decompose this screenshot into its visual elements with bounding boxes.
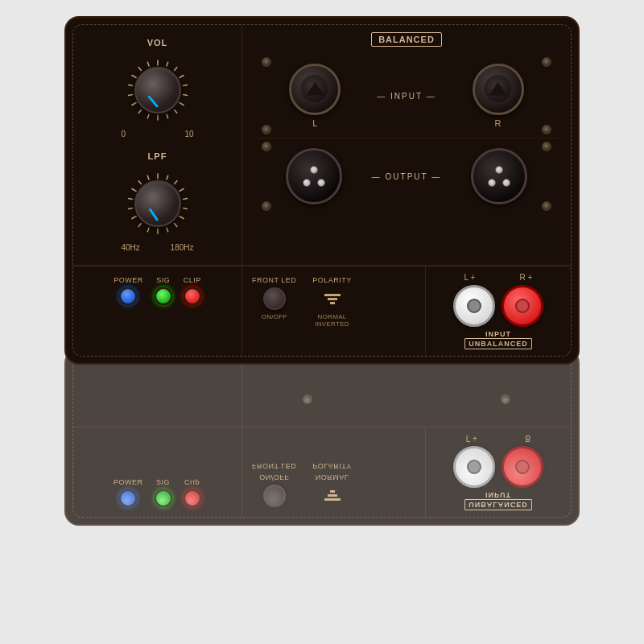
ref-polarity: NORMAL POLARITY (312, 462, 352, 507)
reflection-connectors (242, 354, 571, 427)
xlr-pin-bl (303, 179, 311, 187)
ref-rca-row (453, 446, 543, 488)
ref-front-led-top: FRONT LED (252, 462, 296, 470)
lpf-knob-container[interactable] (122, 167, 194, 240)
rca-r-label: R + (520, 273, 533, 282)
svg-line-25 (174, 224, 176, 227)
lpf-knob-section: LPF (80, 151, 235, 252)
rca-labels: INPUT UNBALANCED (464, 330, 532, 349)
svg-line-35 (147, 175, 149, 180)
led-clip-indicator (184, 287, 201, 305)
vol-max: 10 (184, 130, 193, 138)
ref-power-label: POWER (114, 478, 143, 486)
svg-line-7 (174, 110, 176, 114)
svg-line-11 (138, 110, 141, 114)
polarity-bar-top (324, 294, 341, 296)
main-panel-inner: VOL (72, 24, 572, 357)
polarity-sublabels: NORMAL INVERTED (315, 313, 349, 328)
rca-plus-r: + (528, 273, 533, 282)
svg-line-21 (179, 189, 183, 192)
reflection-knobs: 40Hz 180Hz (73, 354, 242, 427)
ref-led-green (155, 489, 172, 507)
xlr-female-right-shape (489, 82, 507, 100)
xlr-pin-top (310, 166, 318, 174)
svg-line-4 (183, 85, 187, 86)
svg-line-13 (128, 95, 132, 96)
ref-r: B (526, 434, 531, 443)
xlr-female-right[interactable] (473, 64, 524, 115)
led-clip-label: CLIP (184, 276, 201, 284)
svg-line-24 (179, 217, 183, 219)
rca-left-connector[interactable] (453, 285, 495, 327)
ref-pol-bar (324, 499, 341, 502)
front-led-sublabel: ON/OFF (262, 313, 287, 320)
reflection-top: 40Hz 180Hz (73, 354, 571, 427)
xlr-pin-row-r (488, 179, 510, 187)
xlr-male-right[interactable] (471, 148, 527, 204)
xlr-female-left-inner (300, 75, 329, 104)
front-led-sublabels: ON/OFF (262, 313, 287, 320)
ref-rca-labels: UNBALANCED INPUT (464, 491, 532, 510)
ref-led-power: POWER (114, 478, 143, 507)
ref-input: INPUT (485, 491, 511, 499)
reflection-rca: UNBALANCED INPUT Γ + B (426, 427, 571, 517)
ref-pol-bar2 (328, 495, 337, 497)
rca-right-connector[interactable] (502, 285, 543, 327)
ref-led-red (184, 489, 201, 507)
xlr-pin-row (303, 179, 325, 187)
input-left-connector: L (289, 64, 341, 128)
lpf-min: 40Hz (122, 243, 140, 252)
xlr-male-left[interactable] (286, 148, 342, 204)
ref-connector-area (255, 394, 558, 420)
ref-rca-left-c (467, 460, 481, 474)
xlr-pin-top-r (495, 166, 503, 174)
ref-front-led-label: ON/OFF (259, 473, 289, 481)
lpf-label: LPF (148, 151, 167, 161)
polarity-label: POLARITY (312, 276, 352, 284)
rca-left-center (467, 299, 481, 313)
ref-clip-label: CrIb (184, 478, 200, 486)
knobs-panel: VOL (73, 25, 242, 265)
reflection-controls: ON/OFF FRONT LED NORMAL POLARITY (242, 427, 426, 517)
ref-front-led: ON/OFF FRONT LED (252, 462, 296, 507)
ref-unbalanced: UNBALANCED (464, 499, 532, 510)
svg-line-1 (166, 62, 167, 66)
ref-sig-label: SIG (156, 478, 170, 486)
input-left-label: L (312, 118, 317, 128)
ref-screw2 (501, 394, 510, 404)
svg-line-5 (183, 95, 187, 96)
led-clip: CLIP (184, 276, 201, 305)
svg-line-23 (183, 208, 187, 209)
svg-line-17 (147, 62, 149, 66)
vol-knob-section: VOL (80, 38, 235, 138)
input-center-label: — INPUT — (377, 92, 436, 101)
rca-l-label: L + (464, 273, 476, 282)
svg-line-34 (138, 181, 141, 184)
polarity-sublabel2: INVERTED (315, 320, 349, 328)
vol-knob[interactable] (134, 67, 181, 114)
main-panel: VOL (64, 16, 580, 365)
front-led-toggle[interactable] (263, 287, 286, 310)
svg-line-6 (179, 103, 183, 105)
ref-led-sig: SIG (155, 478, 172, 507)
front-led-label: FRONT LED (252, 276, 296, 284)
polarity-symbol[interactable] (321, 287, 344, 310)
xlr-pin-br-r (502, 179, 510, 187)
vol-knob-container[interactable] (122, 54, 194, 126)
ref-led-blue (119, 489, 137, 507)
connectors-panel: BALANCED (242, 25, 571, 265)
polarity-bar-bot (330, 302, 335, 304)
output-section: — OUTPUT — (255, 138, 558, 214)
lpf-knob[interactable] (134, 180, 181, 227)
ref-rca-left (453, 446, 495, 488)
controls-section: FRONT LED ON/OFF POLARITY (242, 266, 426, 356)
polarity-bar-mid (328, 298, 337, 300)
rca-lr-labels: L + R + (434, 273, 563, 282)
svg-line-14 (128, 85, 132, 86)
svg-line-22 (183, 199, 187, 200)
led-sig-indicator (155, 287, 172, 305)
vol-min: 0 (122, 130, 126, 138)
output-right-connector (471, 148, 527, 204)
xlr-female-left[interactable] (289, 64, 341, 115)
bottom-section: POWER SIG CLIP (73, 266, 571, 356)
